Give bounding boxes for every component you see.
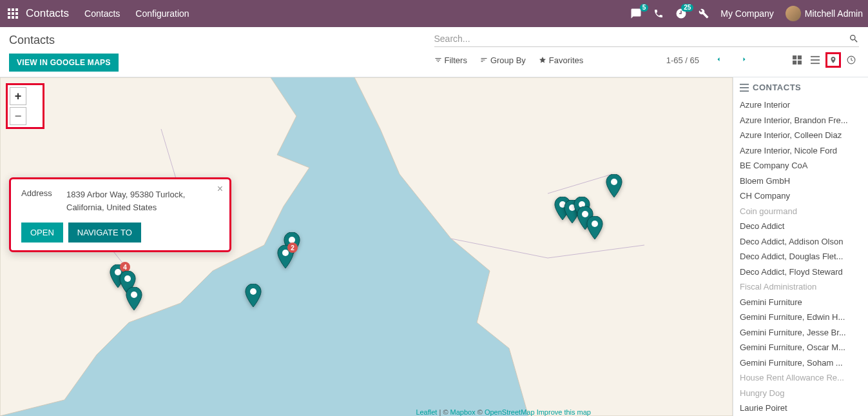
- sidebar-header: CONTACTS: [740, 83, 862, 92]
- brand: Contacts: [26, 7, 69, 20]
- sidebar-item[interactable]: Gemini Furniture: [740, 295, 862, 310]
- map-marker[interactable]: 2: [277, 245, 294, 270]
- search-icon[interactable]: [849, 34, 859, 44]
- svg-rect-10: [798, 55, 802, 59]
- map-marker[interactable]: [606, 174, 622, 199]
- sidebar-item[interactable]: Laurie Poiret: [740, 401, 862, 416]
- marker-count: 2: [287, 243, 298, 253]
- svg-rect-12: [798, 61, 802, 64]
- svg-point-28: [611, 179, 617, 185]
- zoom-out-button[interactable]: −: [10, 107, 26, 125]
- groupby-button[interactable]: Group By: [480, 55, 526, 65]
- sidebar-item[interactable]: Bloem GmbH: [740, 173, 862, 189]
- phone-icon[interactable]: [653, 8, 664, 19]
- svg-rect-29: [740, 83, 749, 84]
- svg-rect-30: [740, 87, 749, 88]
- sidebar-item[interactable]: Coin gourmand: [740, 204, 862, 219]
- zoom-in-button[interactable]: +: [10, 87, 26, 105]
- user-name[interactable]: Mitchell Admin: [805, 8, 863, 19]
- search-input[interactable]: [434, 34, 849, 44]
- avatar[interactable]: [786, 6, 801, 21]
- pager: 1-65 / 65: [666, 55, 699, 65]
- improve-link[interactable]: Improve this map: [537, 408, 591, 416]
- sidebar-item[interactable]: Gemini Furniture, Jesse Br...: [740, 325, 862, 341]
- next-page[interactable]: [738, 55, 751, 65]
- view-in-google-maps-button[interactable]: VIEW IN GOOGLE MAPS: [9, 54, 119, 72]
- mapbox-link[interactable]: Mapbox: [450, 408, 476, 416]
- page-title: Contacts: [9, 34, 434, 47]
- list-icon: [740, 83, 749, 92]
- map-view-icon[interactable]: [825, 52, 841, 68]
- svg-rect-1: [12, 8, 14, 11]
- svg-rect-0: [8, 8, 10, 11]
- svg-point-27: [592, 221, 598, 227]
- popup-address-value: 1839 Arbor Way, 95380 Turlock, Californi…: [66, 188, 219, 213]
- marker-popup: × Address 1839 Arbor Way, 95380 Turlock,…: [9, 177, 231, 252]
- sidebar-item[interactable]: Azure Interior, Nicole Ford: [740, 143, 862, 159]
- popup-address-label: Address: [21, 188, 66, 213]
- sidebar-item[interactable]: Azure Interior: [740, 97, 862, 113]
- sidebar-item[interactable]: CH Company: [740, 188, 862, 204]
- sidebar-item[interactable]: Azure Interior, Brandon Fre...: [740, 113, 862, 128]
- sidebar-item[interactable]: BE Company CoA: [740, 158, 862, 173]
- control-panel: Contacts VIEW IN GOOGLE MAPS Filters Gro…: [0, 27, 868, 77]
- contacts-sidebar: CONTACTS Azure InteriorAzure Interior, B…: [733, 77, 868, 416]
- kanban-view-icon[interactable]: [789, 52, 805, 68]
- svg-rect-13: [811, 56, 820, 57]
- filters-button[interactable]: Filters: [434, 55, 467, 65]
- chat-badge: 5: [640, 4, 649, 12]
- sidebar-item[interactable]: Gemini Furniture, Oscar M...: [740, 340, 862, 355]
- svg-rect-14: [811, 59, 820, 61]
- svg-rect-2: [15, 8, 18, 11]
- map-attribution: Leaflet | © Mapbox © OpenStreetMap Impro…: [416, 408, 591, 416]
- sidebar-item[interactable]: Deco Addict: [740, 219, 862, 234]
- prev-page[interactable]: [712, 55, 725, 65]
- map-marker[interactable]: [586, 216, 603, 241]
- sidebar-item[interactable]: Fiscal Administration: [740, 279, 862, 295]
- topbar: Contacts Contacts Configuration 5 25 My …: [0, 0, 868, 27]
- chat-icon[interactable]: 5: [630, 8, 642, 19]
- svg-point-18: [124, 275, 131, 282]
- company-name[interactable]: My Company: [720, 8, 773, 19]
- svg-rect-31: [740, 90, 749, 92]
- content: + − × Address 1839 Arbor Way, 95380 Turl…: [0, 77, 868, 416]
- sidebar-item[interactable]: Deco Addict, Douglas Flet...: [740, 249, 862, 264]
- menu-contacts[interactable]: Contacts: [84, 8, 120, 19]
- svg-rect-5: [15, 12, 18, 15]
- sidebar-item[interactable]: Deco Addict, Addison Olson: [740, 234, 862, 250]
- close-icon[interactable]: ×: [217, 183, 223, 195]
- svg-rect-9: [793, 55, 796, 59]
- tools-icon[interactable]: [699, 8, 709, 19]
- svg-rect-8: [15, 16, 18, 19]
- map-marker[interactable]: [126, 287, 142, 312]
- sidebar-item[interactable]: Azure Interior, Colleen Diaz: [740, 128, 862, 143]
- svg-rect-15: [811, 63, 820, 64]
- sidebar-item[interactable]: Hungry Dog: [740, 386, 862, 401]
- favorites-button[interactable]: Favorites: [539, 55, 583, 65]
- svg-rect-3: [8, 12, 10, 15]
- navigate-button[interactable]: NAVIGATE TO: [68, 223, 141, 243]
- sidebar-item[interactable]: Gemini Furniture, Soham ...: [740, 355, 862, 371]
- svg-point-19: [131, 292, 137, 298]
- menu-configuration[interactable]: Configuration: [135, 8, 189, 19]
- sidebar-item[interactable]: House Rent Allowance Re...: [740, 370, 862, 386]
- map[interactable]: + − × Address 1839 Arbor Way, 95380 Turl…: [0, 77, 733, 416]
- sidebar-item[interactable]: Gemini Furniture, Edwin H...: [740, 310, 862, 325]
- svg-rect-11: [793, 61, 796, 64]
- map-marker[interactable]: [245, 284, 262, 309]
- zoom-controls: + −: [6, 83, 44, 129]
- apps-icon[interactable]: [5, 6, 21, 21]
- osm-link[interactable]: OpenStreetMap: [485, 408, 535, 416]
- svg-rect-7: [12, 16, 14, 19]
- svg-rect-6: [8, 16, 10, 19]
- clock-badge: 25: [681, 4, 693, 12]
- open-button[interactable]: OPEN: [21, 223, 63, 243]
- svg-point-20: [250, 288, 256, 295]
- list-view-icon[interactable]: [807, 52, 823, 68]
- sidebar-item[interactable]: Deco Addict, Floyd Steward: [740, 264, 862, 280]
- leaflet-link[interactable]: Leaflet: [416, 408, 437, 416]
- clock-icon[interactable]: 25: [675, 8, 687, 19]
- activity-view-icon[interactable]: [844, 52, 859, 68]
- svg-rect-4: [12, 12, 14, 15]
